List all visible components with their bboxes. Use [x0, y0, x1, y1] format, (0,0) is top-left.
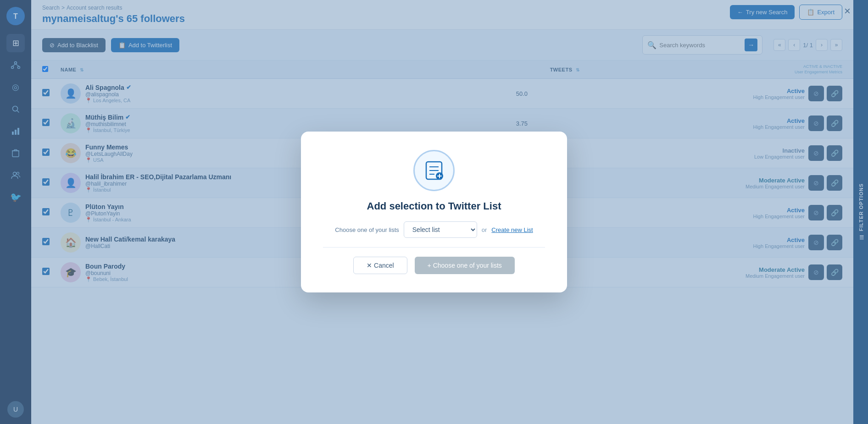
choose-label: + Choose one of your lists [428, 262, 502, 269]
modal-icon-circle [413, 150, 455, 191]
create-new-list-link[interactable]: Create new List [491, 226, 533, 233]
add-to-list-modal: Add selection to Twitter List Choose one… [301, 132, 567, 292]
modal-overlay[interactable]: Add selection to Twitter List Choose one… [0, 0, 868, 424]
modal-divider [323, 247, 545, 248]
modal-select-row: Choose one of your lists Select list or … [323, 221, 545, 238]
app-wrapper: T ⊞ ◎ [0, 0, 868, 424]
modal-or-text: or [482, 226, 487, 233]
list-select[interactable]: Select list [404, 221, 477, 238]
list-icon [423, 159, 445, 182]
modal-cancel-button[interactable]: ✕ Cancel [353, 257, 407, 274]
modal-actions: ✕ Cancel + Choose one of your lists [323, 257, 545, 274]
modal-title: Add selection to Twitter List [367, 200, 501, 212]
modal-choose-button[interactable]: + Choose one of your lists [415, 257, 515, 274]
modal-select-label: Choose one of your lists [335, 226, 399, 233]
cancel-label: ✕ Cancel [367, 262, 394, 269]
